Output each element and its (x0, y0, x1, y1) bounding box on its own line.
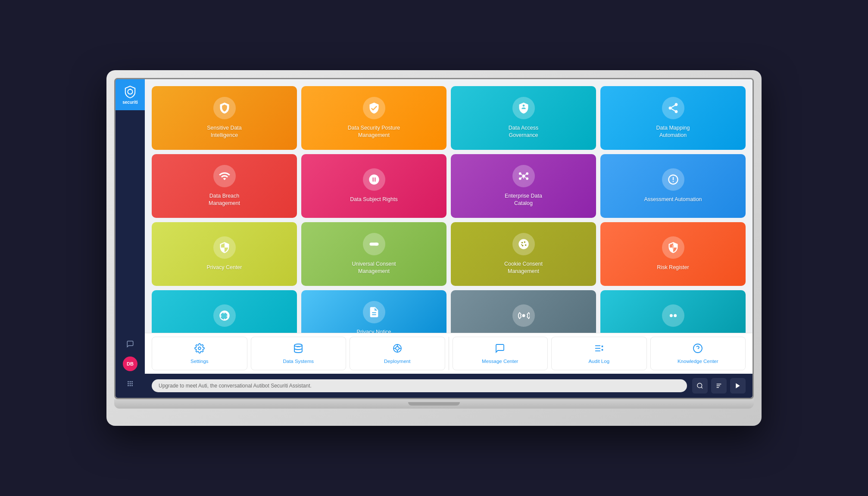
tile-enterprise-catalog[interactable]: Enterprise DataCatalog (451, 154, 596, 218)
svg-point-9 (130, 385, 131, 386)
utility-message-center[interactable]: Message Center (453, 337, 548, 370)
utility-settings[interactable]: Settings (152, 337, 247, 370)
svg-point-19 (521, 242, 523, 243)
bottom-action-buttons (692, 378, 746, 394)
tile-icon-catalog (512, 165, 535, 187)
tile-cookie-consent[interactable]: Cookie ConsentManagement (451, 222, 596, 286)
tile-label-consent: Universal ConsentManagement (352, 260, 396, 276)
utility-data-systems[interactable]: Data Systems (251, 337, 347, 370)
svg-line-45 (701, 387, 703, 388)
tile-label-breach: Data BreachManagement (209, 192, 240, 208)
tile-label-sensitive: Sensitive DataIntelligence (207, 124, 242, 140)
tile-icon-notice (363, 301, 385, 323)
tile-data-breach[interactable]: Data BreachManagement (152, 154, 297, 218)
chat-icon-btn[interactable] (123, 337, 137, 351)
tile-row-4: Vendor Assessments Privacy NoticeManagem… (152, 290, 746, 333)
utility-deployment[interactable]: Deployment (350, 337, 445, 370)
svg-point-2 (128, 381, 129, 382)
tile-data-security-posture[interactable]: Data Security PostureManagement (301, 86, 446, 150)
tiles-grid-area: Sensitive DataIntelligence Data Security… (145, 79, 752, 333)
tile-vendor-assessments[interactable]: Vendor Assessments (152, 290, 297, 333)
tile-row-1: Sensitive DataIntelligence Data Security… (152, 86, 746, 150)
laptop-screen: securiti DB (114, 78, 754, 399)
tile-label-catalog: Enterprise DataCatalog (505, 192, 542, 208)
tile-icon-assessment (662, 168, 684, 191)
sidebar: securiti DB (116, 79, 145, 398)
svg-point-30 (396, 347, 399, 350)
tile-workflow-orchestration[interactable]: Workflow Orchestration (451, 290, 596, 333)
svg-point-24 (522, 314, 525, 317)
svg-point-44 (697, 383, 702, 388)
svg-point-6 (130, 383, 131, 384)
svg-point-3 (130, 381, 131, 382)
grid-menu-icon-btn[interactable] (123, 376, 137, 391)
tile-icon-privacy (213, 236, 236, 259)
utility-audit-log[interactable]: Audit Log (551, 337, 647, 370)
utility-audit-label: Audit Log (588, 359, 609, 364)
tile-icon-risk (662, 236, 684, 259)
svg-point-1 (129, 89, 131, 90)
tile-icon-privacyops (662, 304, 684, 327)
tile-label-notice: Privacy NoticeManagement (357, 329, 391, 333)
tile-label-privacy: Privacy Center (207, 264, 242, 272)
utility-deployment-label: Deployment (384, 359, 410, 364)
user-avatar[interactable]: DB (123, 356, 137, 371)
svg-point-22 (521, 245, 523, 246)
tile-privacyops-center[interactable]: PrivacyOps Center (600, 290, 746, 333)
data-systems-icon (293, 343, 303, 356)
settings-icon (194, 343, 205, 356)
tile-universal-consent[interactable]: Universal ConsentManagement (301, 222, 446, 286)
sidebar-bottom-icons: DB (123, 337, 137, 398)
utility-knowledge-center[interactable]: Knowledge Center (650, 337, 746, 370)
tile-icon-mapping (662, 97, 684, 119)
message-center-icon (495, 343, 505, 356)
svg-point-5 (128, 383, 129, 384)
tile-data-mapping[interactable]: Data MappingAutomation (600, 86, 746, 150)
play-button[interactable] (730, 378, 746, 394)
filter-button[interactable] (711, 378, 727, 394)
tile-row-2: Data BreachManagement Data Subject Right… (152, 154, 746, 218)
svg-marker-49 (736, 383, 740, 388)
tile-risk-register[interactable]: Risk Register (600, 222, 746, 286)
svg-point-13 (526, 172, 528, 175)
sidebar-logo[interactable]: securiti (116, 79, 145, 110)
tile-sensitive-data-intelligence[interactable]: Sensitive DataIntelligence (152, 86, 297, 150)
tile-data-subject-rights[interactable]: Data Subject Rights (301, 154, 446, 218)
tile-label-access: Data AccessGovernance (509, 124, 538, 140)
svg-point-10 (131, 385, 133, 386)
tile-assessment-automation[interactable]: Assessment Automation (600, 154, 746, 218)
utility-data-systems-label: Data Systems (283, 359, 314, 364)
svg-point-0 (128, 89, 132, 94)
tile-label-mapping: Data MappingAutomation (656, 124, 690, 140)
svg-point-21 (525, 244, 526, 246)
laptop-notch (408, 402, 460, 406)
tile-label-cookie: Cookie ConsentManagement (504, 260, 543, 276)
svg-point-4 (131, 381, 133, 382)
tile-icon-breach (213, 165, 236, 187)
tile-icon-cookie (512, 233, 535, 255)
svg-point-18 (518, 239, 528, 249)
search-button[interactable] (692, 378, 708, 394)
tile-privacy-notice[interactable]: Privacy NoticeManagement (301, 290, 446, 333)
utility-settings-label: Settings (190, 359, 209, 364)
utility-bar: Settings Data Syste (145, 333, 752, 374)
tile-icon-workflow (512, 304, 535, 327)
svg-point-23 (521, 244, 522, 245)
tile-label-security: Data Security PostureManagement (348, 124, 400, 140)
tile-data-access-governance[interactable]: Data AccessGovernance (451, 86, 596, 150)
svg-point-12 (518, 172, 521, 175)
tile-label-subject: Data Subject Rights (350, 196, 397, 204)
svg-point-42 (693, 344, 702, 353)
tile-privacy-center[interactable]: Privacy Center (152, 222, 297, 286)
deployment-icon (392, 343, 403, 356)
svg-point-8 (128, 385, 129, 386)
audit-log-icon (594, 343, 604, 356)
chat-input[interactable]: Upgrade to meet Auti, the conversational… (152, 379, 687, 392)
tile-icon-security (363, 97, 385, 119)
utility-message-label: Message Center (482, 359, 518, 364)
tile-icon-sensitive (213, 97, 236, 119)
main-content: Sensitive DataIntelligence Data Security… (145, 79, 752, 398)
tile-label-privacyops: PrivacyOps Center (650, 332, 696, 333)
tile-icon-consent (363, 233, 385, 255)
tile-icon-vendor (213, 304, 236, 327)
